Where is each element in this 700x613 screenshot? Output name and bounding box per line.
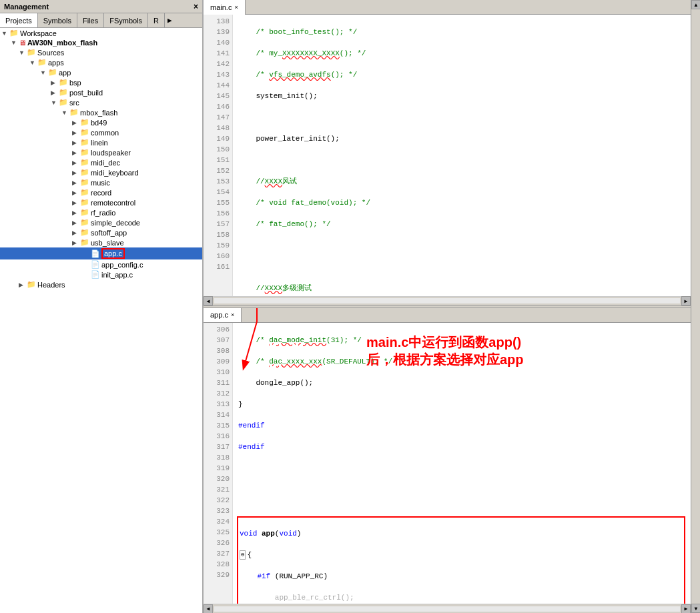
tree-init-app-c[interactable]: 📄 init_app.c [0, 269, 202, 279]
sidebar: Management × Projects Symbols Files FSym… [0, 0, 204, 613]
tree-remotecontrol[interactable]: ▶ 📁 remotecontrol [0, 197, 202, 207]
main-c-code: /* boot_info_test(); */ /* my_XXXXXXXX_X… [233, 15, 691, 296]
tab-main-c-close[interactable]: × [234, 4, 238, 11]
tree-music[interactable]: ▶ 📁 music [0, 177, 202, 187]
sidebar-expand-btn[interactable]: ▶ [165, 13, 175, 27]
tree-bd49[interactable]: ▶ 📁 bd49 [0, 117, 202, 127]
tab-app-c-close[interactable]: × [231, 312, 234, 318]
tree-app-config-c[interactable]: 📄 app_config.c [0, 259, 202, 269]
tree-app-c[interactable]: 📄 app.c [0, 247, 202, 259]
tree-app[interactable]: ▼ 📁 app [0, 67, 202, 77]
tree-midi-keyboard[interactable]: ▶ 📁 midi_keyboard [0, 167, 202, 177]
tree-src[interactable]: ▼ 📁 src [0, 97, 202, 107]
tab-files[interactable]: Files [77, 13, 104, 27]
sidebar-close-btn[interactable]: × [194, 2, 198, 11]
tree-rf-radio[interactable]: ▶ 📁 rf_radio [0, 207, 202, 217]
tree-headers[interactable]: ▶ 📁 Headers [0, 279, 202, 289]
tree-linein[interactable]: ▶ 📁 linein [0, 137, 202, 147]
tree-bsp[interactable]: ▶ 📁 bsp [0, 77, 202, 87]
tree-record[interactable]: ▶ 📁 record [0, 187, 202, 197]
tab-r[interactable]: R [148, 13, 165, 27]
tree-workspace[interactable]: ▼ 📁 Workspace [0, 28, 202, 38]
tab-fsymbols[interactable]: FSymbols [104, 13, 148, 27]
tree-common[interactable]: ▶ 📁 common [0, 127, 202, 137]
tree-midi-dec[interactable]: ▶ 📁 midi_dec [0, 157, 202, 167]
tab-app-c[interactable]: app.c × [204, 308, 242, 323]
tree-loudspeaker[interactable]: ▶ 📁 loudspeaker [0, 147, 202, 157]
tab-symbols[interactable]: Symbols [38, 13, 77, 27]
sidebar-title: Management [4, 3, 49, 11]
tree-simple-decode[interactable]: ▶ 📁 simple_decode [0, 217, 202, 227]
tree-usb-slave[interactable]: ▶ 📁 usb_slave [0, 237, 202, 247]
tab-projects[interactable]: Projects [0, 13, 38, 27]
tree-project[interactable]: ▼ 🖥 AW30N_mbox_flash [0, 38, 202, 47]
tree-post-build[interactable]: ▶ 📁 post_build [0, 87, 202, 97]
tree-apps[interactable]: ▼ 📁 apps [0, 57, 202, 67]
app-c-code: /* dac_mode_init(31); */ /* dac_xxxx_xxx… [233, 323, 691, 604]
tree-softoff-app[interactable]: ▶ 📁 softoff_app [0, 227, 202, 237]
tree-sources[interactable]: ▼ 📁 Sources [0, 47, 202, 57]
tree-mbox-flash[interactable]: ▼ 📁 mbox_flash [0, 107, 202, 117]
tab-main-c[interactable]: main.c × [204, 0, 246, 15]
